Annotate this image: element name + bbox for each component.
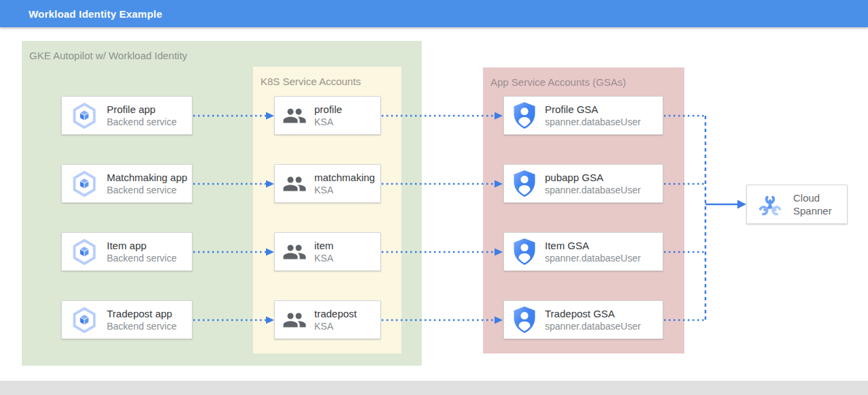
ksa-title: tradepost — [314, 307, 357, 320]
gsa-card-tradepost[interactable]: Tradepost GSA spanner.databaseUser — [503, 300, 663, 339]
app-card-tradepost[interactable]: Tradepost app Backend service — [61, 300, 193, 339]
gsa-card-pubapp[interactable]: pubapp GSA spanner.databaseUser — [503, 164, 663, 203]
gsa-title: Tradepost GSA — [545, 307, 641, 320]
app-card-profile[interactable]: Profile app Backend service — [61, 96, 193, 135]
gke-workload-icon — [71, 170, 98, 198]
people-icon — [282, 308, 307, 332]
ksa-card-matchmaking[interactable]: matchmaking KSA — [274, 164, 381, 203]
app-subtitle: Backend service — [107, 252, 177, 264]
gke-workload-icon — [71, 238, 98, 266]
app-subtitle: Backend service — [107, 184, 187, 196]
app-card-item[interactable]: Item app Backend service — [61, 232, 193, 271]
diagram-canvas: Workload Identity Example GKE Autopilot … — [0, 0, 868, 395]
gsa-title: Profile GSA — [545, 103, 641, 116]
app-subtitle: Backend service — [107, 116, 177, 128]
cloud-spanner-icon — [755, 189, 785, 219]
gsa-subtitle: spanner.databaseUser — [545, 252, 641, 264]
app-title: Tradepost app — [107, 307, 177, 320]
app-subtitle: Backend service — [107, 320, 177, 332]
ksa-subtitle: KSA — [314, 116, 342, 128]
page-title: Workload Identity Example — [29, 8, 162, 20]
shield-user-icon — [513, 306, 536, 334]
app-title: Profile app — [107, 103, 177, 116]
shield-user-icon — [513, 101, 536, 129]
ksa-title: matchmaking — [314, 171, 375, 184]
ksa-title: item — [314, 239, 333, 252]
ksa-group-title: K8S Service Accounts — [253, 67, 401, 87]
app-card-matchmaking[interactable]: Matchmaking app Backend service — [61, 164, 193, 203]
cloud-spanner-card[interactable]: Cloud Spanner — [746, 185, 848, 224]
shield-user-icon — [513, 170, 536, 198]
ksa-title: profile — [314, 103, 342, 116]
bottom-gray-bar — [0, 381, 868, 395]
people-icon — [282, 240, 307, 264]
ksa-subtitle: KSA — [314, 252, 333, 264]
gke-group-title: GKE Autopilot w/ Workload Identity — [22, 41, 422, 61]
gsa-title: Item GSA — [545, 239, 641, 252]
gsa-title: pubapp GSA — [545, 171, 641, 184]
app-title: Matchmaking app — [107, 171, 187, 184]
gsa-subtitle: spanner.databaseUser — [545, 320, 641, 332]
gsa-subtitle: spanner.databaseUser — [545, 184, 641, 196]
title-bar: Workload Identity Example — [0, 0, 868, 27]
app-title: Item app — [107, 239, 177, 252]
gsa-group-title: App Service Accounts (GSAs) — [483, 67, 684, 88]
gke-workload-icon — [71, 306, 98, 334]
people-icon — [282, 172, 307, 196]
gsa-subtitle: spanner.databaseUser — [545, 116, 641, 128]
ksa-card-tradepost[interactable]: tradepost KSA — [274, 300, 381, 339]
people-icon — [282, 104, 307, 128]
shield-user-icon — [513, 238, 536, 266]
gke-workload-icon — [71, 102, 98, 129]
spanner-title: Cloud Spanner — [793, 191, 841, 217]
ksa-subtitle: KSA — [314, 184, 375, 196]
ksa-card-item[interactable]: item KSA — [274, 232, 381, 271]
ksa-subtitle: KSA — [314, 320, 357, 332]
gsa-card-profile[interactable]: Profile GSA spanner.databaseUser — [503, 96, 663, 135]
gsa-card-item[interactable]: Item GSA spanner.databaseUser — [503, 232, 663, 271]
ksa-card-profile[interactable]: profile KSA — [274, 96, 381, 135]
